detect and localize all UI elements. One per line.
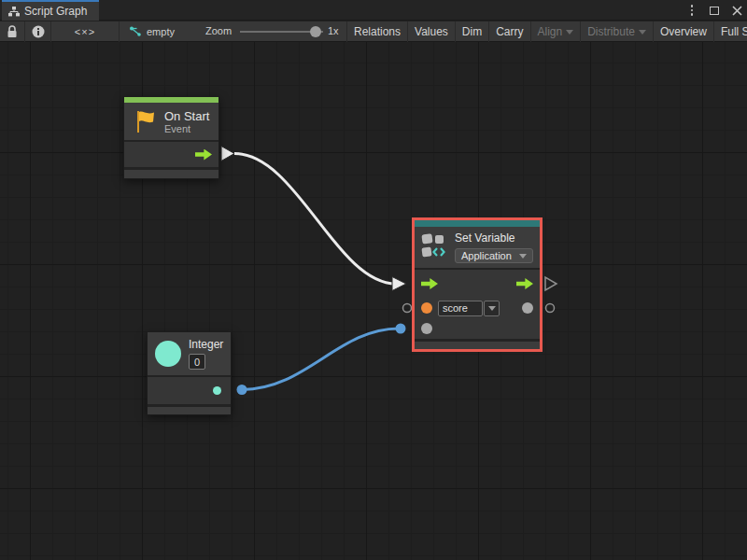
lock-button[interactable] xyxy=(0,21,25,42)
variable-color-bar xyxy=(415,220,540,227)
integer-ports xyxy=(148,377,231,404)
chevron-down-icon xyxy=(566,30,573,35)
chevron-down-icon xyxy=(639,30,646,35)
integer-icon xyxy=(155,341,181,367)
graph-node-icon xyxy=(129,26,142,37)
align-button: Align xyxy=(530,21,581,42)
node-integer[interactable]: Integer xyxy=(147,331,232,415)
node-title: Set Variable xyxy=(455,231,533,245)
on-start-header: On Start Event xyxy=(124,103,218,140)
integer-header: Integer xyxy=(148,332,231,375)
distribute-button: Distribute xyxy=(580,21,653,42)
wires-layer xyxy=(0,42,747,560)
node-title: Integer xyxy=(189,338,223,352)
zoom-label: Zoom xyxy=(205,25,232,36)
node-subtitle: Event xyxy=(164,123,209,134)
script-graph-window: Script Graph <×> xyxy=(0,0,747,560)
zoom-slider[interactable] xyxy=(240,31,323,33)
lock-icon xyxy=(7,25,18,38)
set-variable-header: Set Variable Application xyxy=(415,227,540,268)
value-wire-end-cap[interactable] xyxy=(396,324,406,334)
value-wire-start-cap[interactable] xyxy=(237,385,247,395)
variable-name-input[interactable] xyxy=(438,301,483,316)
dim-button[interactable]: Dim xyxy=(455,21,488,42)
graph-toolbar: <×> empty Zoom 1x Relations Values Dim C… xyxy=(0,21,747,42)
close-icon[interactable] xyxy=(730,4,743,17)
code-view-icon: <×> xyxy=(75,26,95,37)
unconnected-input-indicator[interactable] xyxy=(403,304,412,313)
variable-name-port[interactable] xyxy=(421,302,432,314)
control-wire-arrowhead[interactable] xyxy=(392,277,406,291)
values-button[interactable]: Values xyxy=(407,21,455,42)
script-graph-icon xyxy=(8,7,20,17)
value-input-port[interactable] xyxy=(421,323,432,334)
tab-title: Script Graph xyxy=(24,5,87,18)
node-on-start[interactable]: On Start Event xyxy=(123,96,219,179)
flag-icon xyxy=(134,109,158,133)
fullscreen-button[interactable]: Full Screen xyxy=(713,21,747,42)
overview-button[interactable]: Overview xyxy=(653,21,713,42)
set-variable-ports xyxy=(415,270,540,339)
tab-script-graph[interactable]: Script Graph xyxy=(2,0,99,21)
on-start-ports xyxy=(124,142,218,167)
carry-button[interactable]: Carry xyxy=(488,21,529,42)
title-bar: Script Graph xyxy=(0,0,747,21)
control-wire[interactable] xyxy=(234,154,396,285)
chevron-down-icon xyxy=(519,254,527,259)
window-menu-icon[interactable] xyxy=(685,4,698,17)
window-controls xyxy=(685,0,743,21)
code-view-button[interactable]: <×> xyxy=(51,21,120,42)
maximize-icon[interactable] xyxy=(708,4,721,17)
variable-scope-dropdown[interactable]: Application xyxy=(455,248,533,263)
zoom-value: 1x xyxy=(328,25,339,36)
integer-output-port[interactable] xyxy=(213,386,221,395)
variables-icon xyxy=(421,231,449,259)
unconnected-output-indicator[interactable] xyxy=(546,304,555,313)
control-wire-start-cap[interactable] xyxy=(221,147,234,161)
node-footer xyxy=(124,170,218,178)
node-footer xyxy=(415,342,540,349)
zoom-slider-handle[interactable] xyxy=(310,26,321,37)
value-wire[interactable] xyxy=(242,329,399,390)
control-output-port[interactable] xyxy=(195,149,212,161)
node-set-variable[interactable]: Set Variable Application xyxy=(412,217,543,352)
graph-breadcrumb[interactable]: empty xyxy=(120,21,202,42)
scope-label: Application xyxy=(461,250,512,261)
graph-name-label: empty xyxy=(147,26,175,37)
node-title: On Start xyxy=(164,109,209,123)
relations-button[interactable]: Relations xyxy=(346,21,407,42)
toolbar-buttons: Relations Values Dim Carry Align Distrib… xyxy=(346,21,747,42)
chevron-down-icon xyxy=(488,306,496,311)
unconnected-control-output-indicator[interactable] xyxy=(545,277,557,290)
variable-name-dropdown[interactable] xyxy=(484,301,500,316)
info-button[interactable] xyxy=(25,21,51,42)
integer-value-input[interactable] xyxy=(189,354,205,370)
node-footer xyxy=(148,407,231,414)
value-output-port[interactable] xyxy=(522,302,533,314)
control-output-port[interactable] xyxy=(516,278,533,289)
graph-canvas[interactable]: On Start Event xyxy=(0,42,747,560)
control-input-port[interactable] xyxy=(421,278,438,289)
info-icon xyxy=(32,25,45,38)
